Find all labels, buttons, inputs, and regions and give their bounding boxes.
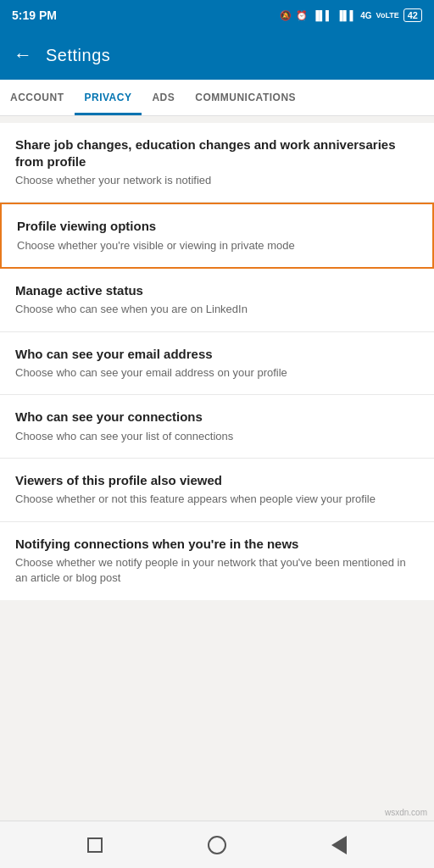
settings-item-desc: Choose who can see your list of connecti… — [15, 429, 419, 444]
tab-privacy[interactable]: PRIVACY — [75, 80, 142, 115]
settings-item-manage-active-status[interactable]: Manage active status Choose who can see … — [0, 269, 434, 332]
tabs-bar: ACCOUNT PRIVACY ADS COMMUNICATIONS — [0, 80, 434, 116]
settings-item-title: Share job changes, education changes and… — [15, 136, 419, 170]
signal-icon-2: ▐▌▌ — [337, 10, 356, 20]
status-icons: 🔕 ⏰ ▐▌▌ ▐▌▌ 4G VoLTE 42 — [280, 8, 422, 22]
nav-back-button[interactable] — [327, 833, 351, 857]
network-4g: 4G — [360, 11, 371, 20]
settings-item-desc: Choose whether we notify people in your … — [15, 555, 419, 586]
settings-item-viewers-also-viewed[interactable]: Viewers of this profile also viewed Choo… — [0, 459, 434, 522]
settings-item-title: Profile viewing options — [17, 218, 417, 235]
recents-icon — [87, 837, 103, 853]
settings-item-title: Who can see your connections — [15, 409, 419, 426]
tab-ads[interactable]: ADS — [142, 80, 185, 115]
settings-item-share-job-changes[interactable]: Share job changes, education changes and… — [0, 123, 434, 203]
settings-item-desc: Choose whether you're visible or viewing… — [17, 238, 417, 253]
settings-item-title: Notifying connections when you're in the… — [15, 536, 419, 553]
settings-item-desc: Choose who can see when you are on Linke… — [15, 302, 419, 317]
tab-account[interactable]: ACCOUNT — [0, 80, 75, 115]
app-bar-title: Settings — [46, 46, 110, 65]
back-button[interactable]: ← — [14, 44, 32, 66]
app-bar: ← Settings — [0, 31, 434, 80]
settings-item-title: Who can see your email address — [15, 346, 419, 363]
settings-item-email-visibility[interactable]: Who can see your email address Choose wh… — [0, 332, 434, 396]
mute-icon: 🔕 — [280, 10, 292, 21]
alarm-icon: ⏰ — [296, 10, 308, 21]
watermark: wsxdn.com — [385, 808, 427, 817]
settings-item-title: Manage active status — [15, 282, 419, 299]
settings-item-notifying-connections[interactable]: Notifying connections when you're in the… — [0, 522, 434, 600]
status-bar: 5:19 PM 🔕 ⏰ ▐▌▌ ▐▌▌ 4G VoLTE 42 — [0, 0, 434, 31]
signal-icon-1: ▐▌▌ — [312, 10, 331, 20]
status-time: 5:19 PM — [12, 8, 57, 22]
bottom-nav — [0, 821, 434, 868]
settings-item-desc: Choose whether or not this feature appea… — [15, 492, 419, 507]
settings-item-desc: Choose whether your network is notified — [15, 173, 419, 188]
settings-list: Share job changes, education changes and… — [0, 123, 434, 600]
network-lte: VoLTE — [376, 11, 399, 19]
battery-indicator: 42 — [403, 8, 422, 22]
settings-item-desc: Choose who can see your email address on… — [15, 365, 419, 381]
settings-item-title: Viewers of this profile also viewed — [15, 472, 419, 489]
settings-item-connections-visibility[interactable]: Who can see your connections Choose who … — [0, 395, 434, 459]
back-icon — [331, 836, 347, 854]
nav-recents-button[interactable] — [83, 833, 107, 857]
settings-item-profile-viewing[interactable]: Profile viewing options Choose whether y… — [0, 203, 434, 269]
home-icon — [208, 836, 226, 854]
tab-communications[interactable]: COMMUNICATIONS — [185, 80, 306, 115]
nav-home-button[interactable] — [205, 833, 229, 857]
